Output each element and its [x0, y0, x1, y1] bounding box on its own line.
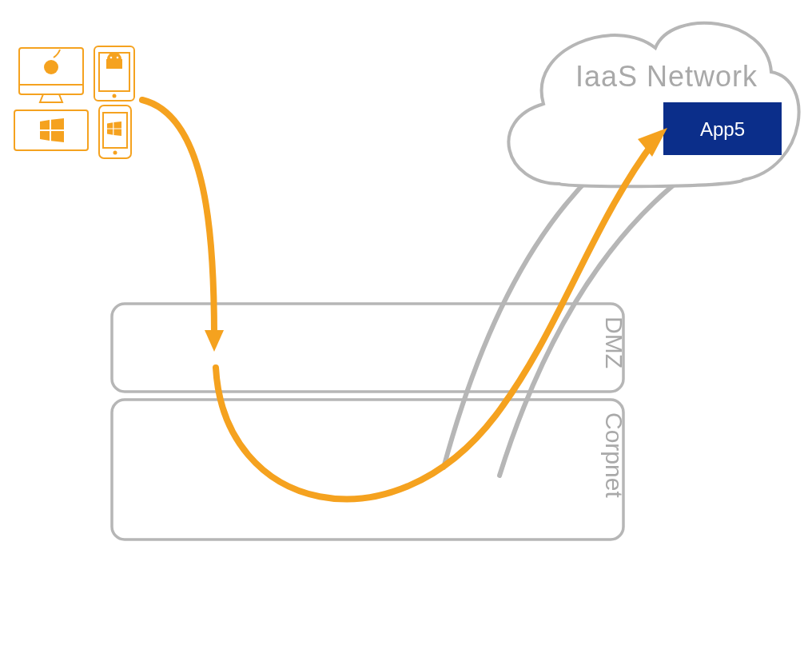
zone-corpnet: Corpnet [112, 400, 627, 540]
diagram-canvas: DMZ Corpnet IaaS Network App5 [0, 0, 812, 669]
svg-rect-13 [14, 110, 88, 150]
cloud-iaas: IaaS Network App5 [508, 23, 798, 187]
svg-marker-23 [107, 129, 113, 135]
cloud-title: IaaS Network [575, 60, 758, 93]
zone-dmz-label: DMZ [601, 317, 627, 368]
svg-marker-17 [51, 131, 64, 142]
svg-rect-1 [112, 400, 623, 540]
gray-link-2 [500, 168, 695, 476]
svg-marker-15 [51, 118, 64, 129]
svg-point-12 [117, 57, 119, 59]
svg-marker-21 [107, 122, 113, 128]
zone-corpnet-label: Corpnet [601, 412, 627, 498]
svg-marker-24 [113, 129, 121, 136]
svg-marker-2 [205, 330, 224, 352]
svg-point-11 [110, 57, 113, 59]
svg-point-9 [113, 94, 117, 98]
devices-cluster [14, 46, 134, 158]
svg-rect-10 [106, 59, 122, 69]
cloud-app-label: App5 [700, 118, 745, 140]
svg-marker-16 [40, 131, 50, 141]
svg-rect-0 [112, 304, 623, 392]
device-tablet-icon [94, 46, 134, 101]
svg-point-6 [44, 60, 58, 74]
svg-marker-22 [113, 121, 121, 128]
svg-point-20 [113, 151, 117, 155]
device-mac-icon [19, 48, 83, 102]
device-phone-icon [99, 106, 131, 158]
svg-marker-14 [40, 120, 50, 129]
device-laptop-icon [14, 110, 88, 150]
